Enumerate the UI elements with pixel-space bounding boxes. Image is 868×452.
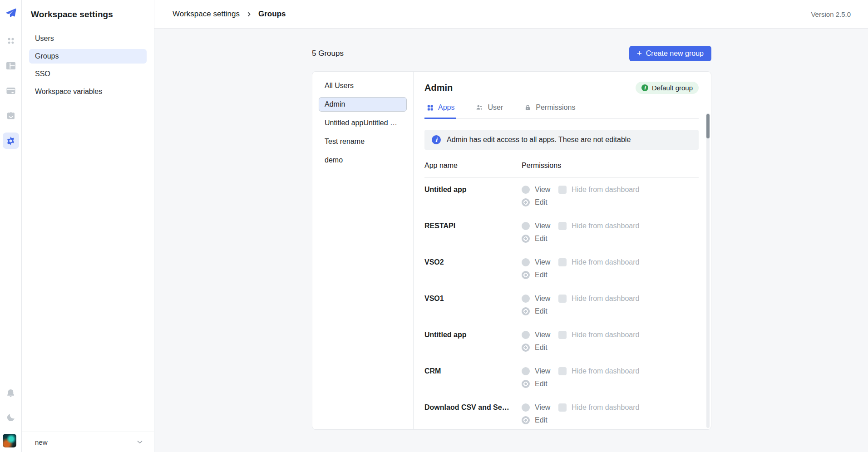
app-name-cell: VSO1 <box>424 295 518 323</box>
rail-bottom <box>3 385 19 447</box>
hide-from-dashboard-label: Hide from dashboard <box>572 403 639 412</box>
settings-sidebar: Workspace settings UsersGroupsSSOWorkspa… <box>22 0 154 452</box>
column-header-permissions: Permissions <box>518 162 699 170</box>
permissions-cell: ViewHide from dashboardEdit <box>518 222 699 250</box>
view-radio-label: View <box>535 331 558 339</box>
breadcrumb-current: Groups <box>258 10 286 19</box>
group-list-item-test-rename[interactable]: Test rename <box>319 134 407 149</box>
workspace-switcher[interactable]: new <box>22 432 154 452</box>
column-header-app-name: App name <box>424 162 518 170</box>
view-radio[interactable] <box>522 258 530 266</box>
app-permissions-table: App name Permissions Untitled appViewHid… <box>424 162 699 430</box>
breadcrumb-chevron-icon <box>246 10 252 18</box>
info-icon: i <box>432 135 441 144</box>
database-icon[interactable] <box>3 83 19 99</box>
group-list-item-untitled-appuntitled-appuntitle[interactable]: Untitled appUntitled appUntitle... <box>319 116 407 130</box>
edit-radio[interactable] <box>522 307 530 315</box>
apps-grid-icon[interactable] <box>3 33 19 49</box>
info-icon: i <box>641 84 648 91</box>
dark-mode-moon-icon[interactable] <box>3 409 19 426</box>
group-detail-panel: Admin i Default group Apps <box>414 72 711 429</box>
hide-from-dashboard-label: Hide from dashboard <box>572 295 639 303</box>
marketplace-icon[interactable] <box>3 108 19 124</box>
hide-from-dashboard-checkbox[interactable] <box>558 258 567 266</box>
view-radio-label: View <box>535 186 558 194</box>
user-avatar[interactable] <box>3 434 16 447</box>
table-row: Untitled appViewHide from dashboardEdit <box>424 323 699 359</box>
table-row: Untitled appViewHide from dashboardEdit <box>424 177 699 214</box>
main-area: Workspace settings Groups Version 2.5.0 … <box>154 0 868 452</box>
scrollbar-thumb[interactable] <box>706 114 710 138</box>
edit-radio[interactable] <box>522 198 530 206</box>
content-area: 5 Groups + Create new group All UsersAdm… <box>154 29 868 452</box>
hide-from-dashboard-checkbox[interactable] <box>558 186 567 194</box>
view-radio[interactable] <box>522 222 530 230</box>
view-radio[interactable] <box>522 403 530 412</box>
hide-from-dashboard-label: Hide from dashboard <box>572 367 639 375</box>
permissions-cell: ViewHide from dashboardEdit <box>518 367 699 395</box>
table-row: VSO2ViewHide from dashboardEdit <box>424 250 699 286</box>
hide-from-dashboard-label: Hide from dashboard <box>572 331 639 339</box>
permissions-cell: ViewHide from dashboardEdit <box>518 295 699 323</box>
scrollbar-track[interactable] <box>706 113 710 428</box>
edit-radio-label: Edit <box>535 198 547 206</box>
permissions-cell: ViewHide from dashboardEdit <box>518 403 699 430</box>
app-name-cell: Untitled app <box>424 186 518 214</box>
view-radio-label: View <box>535 295 558 303</box>
app-name-cell: Downlaod CSV and Send attac... <box>424 403 518 430</box>
sidebar-nav: UsersGroupsSSOWorkspace variables <box>22 20 154 102</box>
top-header: Workspace settings Groups Version 2.5.0 <box>154 0 868 29</box>
sidebar-item-sso[interactable]: SSO <box>29 67 147 81</box>
tab-user[interactable]: User <box>473 103 505 119</box>
permissions-cell: ViewHide from dashboardEdit <box>518 186 699 214</box>
sidebar-title: Workspace settings <box>22 0 154 20</box>
app-logo-rocket-icon[interactable] <box>5 7 17 19</box>
permissions-cell: ViewHide from dashboardEdit <box>518 331 699 359</box>
hide-from-dashboard-checkbox[interactable] <box>558 367 567 375</box>
tab-permissions[interactable]: Permissions <box>522 103 577 119</box>
sidebar-item-workspace-variables[interactable]: Workspace variables <box>29 84 147 99</box>
sidebar-item-groups[interactable]: Groups <box>29 49 147 64</box>
edit-radio[interactable] <box>522 344 530 352</box>
hide-from-dashboard-checkbox[interactable] <box>558 295 567 303</box>
hide-from-dashboard-checkbox[interactable] <box>558 331 567 339</box>
group-list-item-admin[interactable]: Admin <box>319 97 407 112</box>
view-radio[interactable] <box>522 295 530 303</box>
edit-radio[interactable] <box>522 416 530 424</box>
breadcrumb-parent[interactable]: Workspace settings <box>173 10 240 19</box>
version-label: Version 2.5.0 <box>811 10 851 18</box>
info-banner: i Admin has edit access to all apps. The… <box>424 130 699 150</box>
hide-from-dashboard-checkbox[interactable] <box>558 403 567 412</box>
app-name-cell: VSO2 <box>424 258 518 286</box>
view-radio-label: View <box>535 403 558 412</box>
hide-from-dashboard-checkbox[interactable] <box>558 222 567 230</box>
groups-card: All UsersAdminUntitled appUntitled appUn… <box>312 71 711 430</box>
workspace-name: new <box>35 438 48 446</box>
group-list-item-all-users[interactable]: All Users <box>319 79 407 93</box>
edit-radio[interactable] <box>522 271 530 279</box>
view-radio[interactable] <box>522 367 530 375</box>
settings-gear-icon[interactable] <box>3 133 19 149</box>
edit-radio-label: Edit <box>535 307 547 315</box>
view-radio[interactable] <box>522 331 530 339</box>
sidebar-item-users[interactable]: Users <box>29 31 147 46</box>
chevron-down-icon <box>136 438 144 446</box>
table-row: Downlaod CSV and Send attac...ViewHide f… <box>424 395 699 430</box>
create-new-group-button[interactable]: + Create new group <box>629 46 711 61</box>
table-row: VSO1ViewHide from dashboardEdit <box>424 286 699 323</box>
edit-radio[interactable] <box>522 235 530 243</box>
table-row: CRMViewHide from dashboardEdit <box>424 359 699 395</box>
users-icon <box>475 103 483 112</box>
group-list-item-demo[interactable]: demo <box>319 153 407 167</box>
edit-radio[interactable] <box>522 380 530 388</box>
view-radio[interactable] <box>522 186 530 194</box>
app-name-cell: CRM <box>424 367 518 395</box>
lock-icon <box>524 104 532 112</box>
notifications-bell-icon[interactable] <box>3 385 19 401</box>
groups-count-label: 5 Groups <box>312 49 344 58</box>
tab-apps[interactable]: Apps <box>424 103 456 119</box>
plus-icon: + <box>637 49 642 58</box>
hide-from-dashboard-label: Hide from dashboard <box>572 222 639 230</box>
dashboard-layout-icon[interactable] <box>3 58 19 74</box>
group-list: All UsersAdminUntitled appUntitled appUn… <box>312 72 414 429</box>
